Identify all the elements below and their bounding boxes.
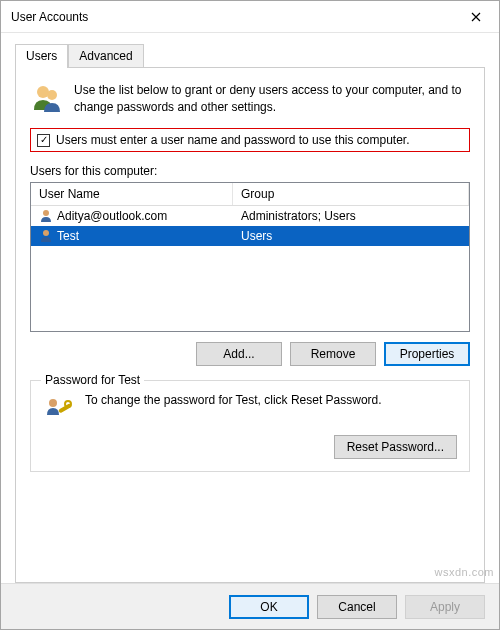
window-title: User Accounts — [11, 10, 88, 24]
svg-point-2 — [43, 210, 49, 216]
list-item[interactable]: Test Users — [31, 226, 469, 246]
remove-button[interactable]: Remove — [290, 342, 376, 366]
checkmark-icon: ✓ — [40, 135, 48, 145]
users-icon — [30, 82, 64, 116]
user-name-cell: Test — [57, 229, 79, 243]
tab-advanced[interactable]: Advanced — [68, 44, 143, 68]
ok-button[interactable]: OK — [229, 595, 309, 619]
password-groupbox: Password for Test To change the password… — [30, 380, 470, 472]
password-group-legend: Password for Test — [41, 373, 144, 387]
require-password-label: Users must enter a user name and passwor… — [56, 133, 410, 147]
user-icon — [39, 229, 53, 243]
intro-row: Use the list below to grant or deny user… — [30, 82, 470, 116]
key-icon — [43, 393, 75, 425]
users-list[interactable]: User Name Group Aditya@outlook.com Admin… — [30, 182, 470, 332]
titlebar: User Accounts — [1, 1, 499, 33]
svg-point-6 — [65, 401, 71, 407]
column-header-group[interactable]: Group — [233, 183, 469, 205]
apply-button[interactable]: Apply — [405, 595, 485, 619]
dialog-button-bar: OK Cancel Apply — [1, 583, 499, 629]
user-icon — [39, 209, 53, 223]
require-password-row: ✓ Users must enter a user name and passw… — [30, 128, 470, 152]
intro-text: Use the list below to grant or deny user… — [74, 82, 470, 116]
tab-users[interactable]: Users — [15, 44, 68, 68]
svg-point-1 — [47, 90, 57, 100]
close-button[interactable] — [453, 1, 499, 33]
require-password-checkbox[interactable]: ✓ — [37, 134, 50, 147]
tab-strip: Users Advanced — [15, 44, 485, 68]
add-button[interactable]: Add... — [196, 342, 282, 366]
dialog-content: Users Advanced Use the list below to gra… — [1, 33, 499, 583]
user-group-cell: Users — [233, 227, 469, 245]
users-list-rows: Aditya@outlook.com Administrators; Users… — [31, 206, 469, 331]
user-name-cell: Aditya@outlook.com — [57, 209, 167, 223]
svg-point-3 — [43, 230, 49, 236]
tab-panel-users: Use the list below to grant or deny user… — [15, 67, 485, 583]
properties-button[interactable]: Properties — [384, 342, 470, 366]
users-list-header: User Name Group — [31, 183, 469, 206]
user-buttons-row: Add... Remove Properties — [30, 342, 470, 366]
user-accounts-window: User Accounts Users Advanced Use the li — [0, 0, 500, 630]
users-list-label: Users for this computer: — [30, 164, 470, 178]
list-item[interactable]: Aditya@outlook.com Administrators; Users — [31, 206, 469, 226]
column-header-username[interactable]: User Name — [31, 183, 233, 205]
reset-password-button[interactable]: Reset Password... — [334, 435, 457, 459]
svg-point-4 — [49, 399, 57, 407]
close-icon — [471, 12, 481, 22]
password-group-text: To change the password for Test, click R… — [85, 393, 457, 407]
user-group-cell: Administrators; Users — [233, 207, 469, 225]
cancel-button[interactable]: Cancel — [317, 595, 397, 619]
